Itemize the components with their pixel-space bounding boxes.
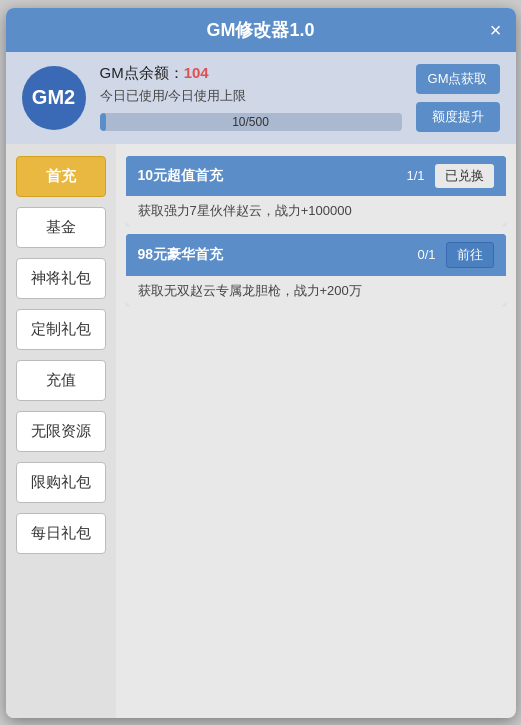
main-window: GM修改器1.0 × GM2 GM点余额：104 今日已使用/今日使用上限 10…	[6, 8, 516, 718]
sidebar-item-dingzhi[interactable]: 定制礼包	[16, 309, 106, 350]
package-title: 98元豪华首充	[138, 246, 418, 264]
package-goto-button[interactable]: 前往	[446, 242, 494, 268]
increase-limit-button[interactable]: 额度提升	[416, 102, 500, 132]
gm-logo: GM2	[22, 66, 86, 130]
progress-fill	[100, 113, 106, 131]
package-item: 98元豪华首充 0/1 前往 获取无双赵云专属龙胆枪，战力+200万	[126, 234, 506, 306]
package-item: 10元超值首充 1/1 已兑换 获取强力7星伙伴赵云，战力+100000	[126, 156, 506, 226]
window-title: GM修改器1.0	[206, 18, 314, 42]
get-points-button[interactable]: GM点获取	[416, 64, 500, 94]
balance-label: GM点余额：	[100, 64, 184, 81]
sidebar-item-shouchong[interactable]: 首充	[16, 156, 106, 197]
package-action-button[interactable]: 已兑换	[435, 164, 494, 188]
usage-label: 今日已使用/今日使用上限	[100, 87, 402, 105]
sidebar-item-xiangou[interactable]: 限购礼包	[16, 462, 106, 503]
progress-text: 10/500	[232, 115, 269, 129]
sidebar-item-meiri[interactable]: 每日礼包	[16, 513, 106, 554]
content-area: 10元超值首充 1/1 已兑换 获取强力7星伙伴赵云，战力+100000 98元…	[116, 144, 516, 718]
package-progress: 0/1	[417, 247, 435, 262]
sidebar-item-chongzhi[interactable]: 充值	[16, 360, 106, 401]
balance-value: 104	[184, 64, 209, 81]
sidebar-item-wuxian[interactable]: 无限资源	[16, 411, 106, 452]
sidebar: 首充 基金 神将礼包 定制礼包 充值 无限资源 限购礼包 每日礼包	[6, 144, 116, 718]
header-area: GM2 GM点余额：104 今日已使用/今日使用上限 10/500 GM点获取 …	[6, 52, 516, 144]
progress-bar: 10/500	[100, 113, 402, 131]
sidebar-item-jijin[interactable]: 基金	[16, 207, 106, 248]
header-buttons: GM点获取 额度提升	[416, 64, 500, 132]
package-desc: 获取无双赵云专属龙胆枪，战力+200万	[126, 276, 506, 306]
package-header: 98元豪华首充 0/1 前往	[126, 234, 506, 276]
package-title: 10元超值首充	[138, 167, 407, 185]
package-header: 10元超值首充 1/1 已兑换	[126, 156, 506, 196]
package-progress: 1/1	[406, 168, 424, 183]
header-info: GM点余额：104 今日已使用/今日使用上限 10/500	[100, 64, 402, 131]
balance-row: GM点余额：104	[100, 64, 402, 83]
package-desc: 获取强力7星伙伴赵云，战力+100000	[126, 196, 506, 226]
title-bar: GM修改器1.0 ×	[6, 8, 516, 52]
main-area: 首充 基金 神将礼包 定制礼包 充值 无限资源 限购礼包 每日礼包 10元超值首…	[6, 144, 516, 718]
close-button[interactable]: ×	[490, 20, 502, 40]
sidebar-item-shenjiang[interactable]: 神将礼包	[16, 258, 106, 299]
